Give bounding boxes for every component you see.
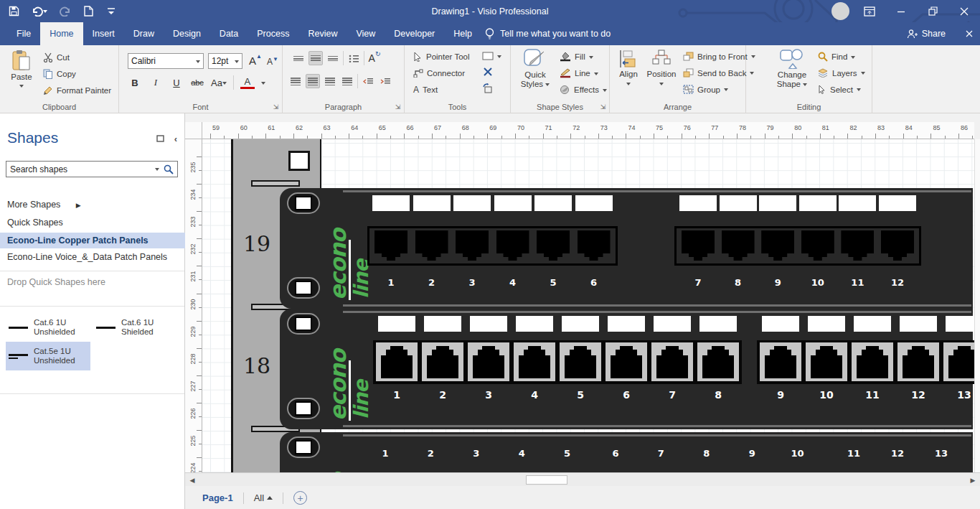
italic-button[interactable]: I	[149, 75, 163, 90]
master-cat-6-1u-shielded[interactable]: Cat.6 1UShielded	[93, 313, 178, 342]
search-icon[interactable]	[164, 164, 174, 174]
keystone-module[interactable]	[651, 342, 693, 381]
font-color-dropdown-icon[interactable]	[261, 82, 265, 87]
pointer-tool-button[interactable]: Pointer Tool	[413, 52, 470, 62]
bring-to-front-button[interactable]: Bring to Front	[683, 52, 755, 61]
send-to-back-button[interactable]: Send to Back	[683, 68, 754, 78]
rj45-port[interactable]	[471, 345, 506, 378]
text-tool-button[interactable]: A Text	[413, 85, 438, 95]
font-color-button[interactable]: A	[240, 77, 255, 89]
font-dialog-launcher-icon[interactable]: ⇲	[272, 103, 280, 111]
tab-home[interactable]: Home	[40, 22, 83, 45]
connector-button[interactable]: Connector	[413, 68, 465, 78]
patch-panel-19[interactable]: econoline123456789101112	[280, 188, 973, 309]
align-middle-button[interactable]	[308, 51, 323, 65]
scroll-left-icon[interactable]: ◀	[187, 475, 198, 485]
keystone-module[interactable]	[943, 342, 974, 381]
rj45-port[interactable]	[425, 345, 460, 378]
tab-review[interactable]: Review	[298, 22, 347, 45]
search-shapes-input[interactable]	[6, 164, 155, 174]
group-button[interactable]: Group	[683, 85, 728, 94]
stencil-active[interactable]: Econo-Line Copper Patch Panels	[0, 233, 185, 248]
avatar[interactable]	[831, 2, 849, 20]
align-center-button[interactable]	[306, 74, 320, 88]
pane-close-icon[interactable]	[961, 22, 977, 45]
master-cat-6-1u-unshielded[interactable]: Cat.6 1UUnshielded	[6, 313, 90, 342]
rj45-port[interactable]	[701, 345, 735, 378]
keystone-module[interactable]	[514, 342, 555, 381]
effects-button[interactable]: Effects	[560, 85, 607, 95]
tab-design[interactable]: Design	[164, 22, 210, 45]
drawing-surface[interactable]: 1918econoline123456789101112econoline123…	[202, 139, 974, 472]
hscroll-thumb[interactable]	[526, 475, 567, 485]
search-dropdown-icon[interactable]	[155, 168, 159, 173]
keystone-module[interactable]	[376, 342, 418, 381]
keystone-module[interactable]	[606, 342, 647, 381]
page-tab[interactable]: Page-1	[202, 492, 233, 503]
ribbon-display-options-icon[interactable]	[854, 0, 885, 22]
position-button[interactable]: Position	[644, 50, 679, 88]
copy-button[interactable]: Copy	[43, 69, 76, 79]
fill-button[interactable]: Fill	[560, 52, 593, 62]
rj45-port[interactable]	[655, 345, 689, 378]
shrink-font-button[interactable]: A▼	[265, 55, 280, 69]
scroll-right-icon[interactable]: ▶	[967, 475, 979, 485]
align-right-button[interactable]	[323, 74, 337, 88]
paragraph-dialog-launcher-icon[interactable]: ⇲	[394, 103, 402, 111]
rj45-port[interactable]	[517, 345, 552, 378]
add-page-button[interactable]: +	[293, 491, 307, 505]
rj45-port[interactable]	[380, 345, 414, 378]
collapse-pane-icon[interactable]: ‹	[174, 134, 177, 144]
horizontal-scrollbar[interactable]: ◀ ▶	[185, 472, 980, 486]
quick-styles-button[interactable]: Quick Styles	[517, 49, 554, 89]
keystone-module[interactable]	[468, 342, 509, 381]
rj45-port[interactable]	[809, 345, 844, 378]
align-top-button[interactable]	[291, 51, 306, 65]
grow-font-button[interactable]: A▲	[248, 53, 263, 67]
patch-panel-17[interactable]: econoline12345678910111213	[280, 432, 973, 472]
align-button[interactable]: Align	[614, 50, 643, 88]
share-button[interactable]: Share	[907, 22, 946, 45]
tab-data[interactable]: Data	[210, 22, 248, 45]
bold-button[interactable]: B	[128, 75, 142, 90]
float-pane-icon[interactable]	[156, 135, 164, 142]
decrease-indent-button[interactable]	[361, 74, 375, 88]
bullets-button[interactable]	[347, 51, 361, 65]
tab-developer[interactable]: Developer	[385, 22, 444, 45]
keystone-module[interactable]	[897, 342, 939, 381]
rotate-tool-button[interactable]	[482, 83, 494, 94]
restore-button[interactable]	[917, 0, 948, 22]
rj45-port[interactable]	[855, 345, 890, 378]
font-family-combobox[interactable]: Calibri	[128, 53, 204, 69]
rj45-port[interactable]	[763, 345, 798, 378]
quick-shapes-item[interactable]: Quick Shapes	[7, 218, 63, 228]
rj45-port[interactable]	[563, 345, 598, 378]
shape-styles-dialog-launcher-icon[interactable]: ⇲	[599, 103, 607, 111]
minimize-button[interactable]	[885, 0, 917, 22]
connection-point-button[interactable]	[484, 67, 492, 76]
master-cat-5e-1u-unshielded[interactable]: Cat.5e 1UUnshielded	[6, 342, 90, 370]
change-shape-button[interactable]: ChangeShape	[772, 49, 812, 89]
line-button[interactable]: Line	[560, 68, 598, 78]
keystone-module[interactable]	[422, 342, 463, 381]
strikethrough-button[interactable]: abc	[190, 75, 204, 90]
tab-file[interactable]: File	[7, 22, 40, 45]
find-button[interactable]: Find	[818, 52, 855, 62]
rj45-port[interactable]	[947, 345, 974, 378]
patch-panel-18[interactable]: econoline12345678910111213	[280, 309, 973, 429]
format-painter-button[interactable]: Format Painter	[43, 85, 111, 95]
keystone-module[interactable]	[852, 342, 893, 381]
underline-button[interactable]: U	[169, 75, 184, 90]
increase-indent-button[interactable]	[378, 74, 392, 88]
vertical-scrollbar[interactable]	[974, 139, 980, 472]
tell-me-box[interactable]: Tell me what you want to do	[485, 22, 611, 45]
align-bottom-button[interactable]	[326, 51, 340, 65]
stencil-item[interactable]: Econo-Line Voice_&_Data Patch Panels	[0, 249, 185, 265]
tab-help[interactable]: Help	[444, 22, 481, 45]
search-shapes-box[interactable]	[6, 161, 178, 177]
tab-draw[interactable]: Draw	[124, 22, 164, 45]
rj45-port[interactable]	[609, 345, 644, 378]
rj45-port[interactable]	[901, 345, 936, 378]
close-button[interactable]	[948, 0, 980, 22]
layers-button[interactable]: Layers	[818, 68, 865, 78]
